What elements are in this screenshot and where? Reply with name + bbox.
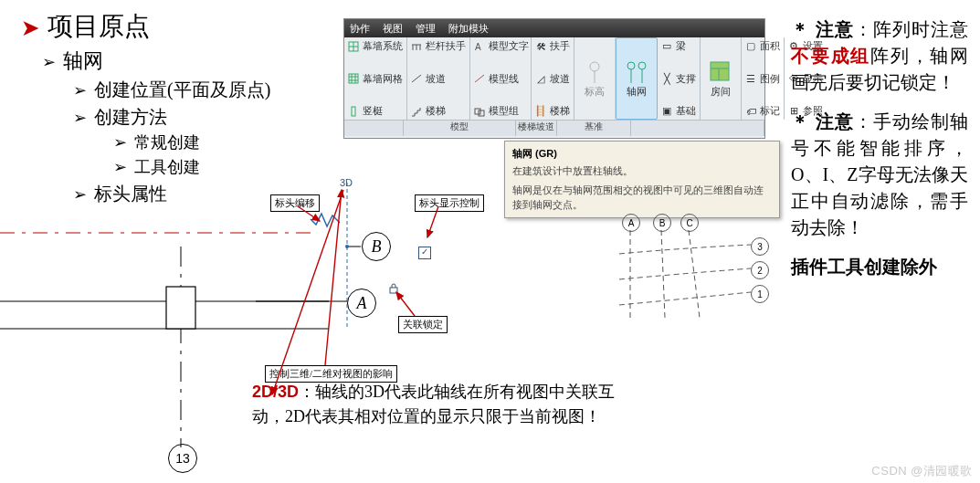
ribbon-panel: 协作 视图 管理 附加模块 幕墙系统 幕墙网格 竖梃 栏杆扶手 坡道 楼梯 A模… — [343, 18, 765, 139]
btn-tag[interactable]: 标记 — [760, 104, 780, 118]
note3: 插件工具创建除外 — [791, 254, 968, 280]
chevron-right-icon: ➢ — [73, 106, 87, 131]
btn-room[interactable]: 房间 — [711, 85, 731, 99]
label-3d: 3D — [340, 177, 353, 188]
sg-1: 1 — [751, 285, 769, 303]
sg-2: 2 — [751, 261, 769, 279]
tag-assoc-lock: 关联锁定 — [398, 316, 448, 333]
panel-label-stair: 楼梯坡道 — [516, 120, 557, 136]
checkbox-icon: ✓ — [418, 247, 431, 259]
tooltip-grid: 轴网 (GR) 在建筑设计中放置柱轴线。 轴网是仅在与轴网范围相交的视图中可见的… — [504, 141, 780, 218]
tooltip-title: 轴网 (GR) — [512, 147, 772, 161]
tab-manage[interactable]: 管理 — [416, 22, 436, 36]
room-icon — [708, 59, 733, 85]
btn-stair[interactable]: 楼梯 — [426, 104, 446, 118]
ribbon-tabs: 协作 视图 管理 附加模块 — [344, 19, 764, 37]
svg-rect-26 — [475, 109, 480, 114]
btn-brace[interactable]: 支撑 — [676, 72, 696, 86]
grid-bubble-13: 13 — [168, 444, 197, 473]
btn-curtain-grid[interactable]: 幕墙网格 — [363, 72, 403, 86]
svg-point-28 — [590, 62, 599, 71]
chevron-right-icon: ➢ — [113, 155, 127, 180]
note1-b: ：阵列时注意 — [854, 19, 968, 39]
tab-addins[interactable]: 附加模块 — [448, 22, 489, 36]
svg-line-39 — [689, 230, 700, 318]
grid-bubble-a: A — [347, 289, 376, 318]
chevron-right-icon: ➢ — [113, 131, 127, 155]
ramp-icon — [411, 73, 422, 84]
watermark: CSDN @清园暖歌 — [871, 463, 973, 479]
railing-icon — [411, 41, 422, 52]
btn-rail2[interactable]: 扶手 — [550, 39, 570, 53]
outline-item-head: 标头属性 — [94, 180, 167, 207]
note-2d3d-head: 2D/3D — [252, 383, 299, 401]
panel-label-model: 模型 — [404, 120, 516, 136]
sg-c: C — [680, 214, 699, 232]
panel-label — [344, 120, 404, 136]
grid-diagram-small: A B C 3 2 1 — [614, 217, 769, 327]
btn-mullion[interactable]: 竖梃 — [363, 104, 383, 118]
btn-model-text[interactable]: 模型文字 — [489, 39, 529, 53]
panel-label-datum: 基准 — [557, 120, 631, 136]
note-2d3d: 2D/3D：轴线的3D代表此轴线在所有视图中关联互动，2D代表其相对位置的显示只… — [252, 380, 627, 429]
railing-icon: 🛠 — [535, 41, 546, 52]
model-line-icon — [474, 73, 485, 84]
svg-point-31 — [638, 62, 646, 69]
sg-b: B — [653, 214, 671, 232]
outline-item-method: 创建方法 — [94, 103, 167, 131]
outline: ➤项目原点 ➢轴网 ➢创建位置(平面及原点) ➢创建方法 ➢常规创建 ➢工具创建… — [22, 7, 270, 207]
btn-curtain-system[interactable]: 幕墙系统 — [363, 39, 403, 53]
outline-title: 项目原点 — [47, 7, 150, 46]
svg-point-8 — [345, 245, 349, 248]
svg-line-38 — [661, 230, 665, 318]
btn-railing[interactable]: 栏杆扶手 — [426, 39, 466, 53]
beam-icon: ▭ — [661, 41, 672, 52]
btn-foundation[interactable]: 基础 — [676, 104, 696, 118]
btn-model-group[interactable]: 模型组 — [489, 104, 519, 118]
tab-collab[interactable]: 协作 — [350, 22, 370, 36]
btn-area[interactable]: 面积 — [760, 39, 780, 53]
model-text-icon: A — [474, 41, 485, 52]
btn-level[interactable]: 标高 — [585, 85, 605, 99]
btn-beam[interactable]: 梁 — [676, 39, 686, 53]
btn-stair2[interactable]: 楼梯 — [550, 104, 570, 118]
svg-rect-34 — [711, 62, 729, 80]
btn-grid[interactable]: 轴网 — [627, 85, 647, 99]
sg-a: A — [622, 214, 640, 232]
chevron-right-icon: ➢ — [73, 183, 87, 207]
outline-item-normal: 常规创建 — [134, 131, 200, 155]
panel-label — [631, 120, 764, 136]
svg-rect-18 — [349, 74, 358, 83]
btn-legend[interactable]: 图例 — [760, 72, 780, 86]
note1-red: 不要成组 — [791, 46, 870, 66]
btn-ramp2[interactable]: 坡道 — [550, 72, 570, 86]
svg-rect-27 — [479, 110, 484, 116]
svg-line-25 — [475, 75, 484, 82]
tag-head-ctrl: 标头显示控制 — [415, 194, 484, 212]
btn-ramp[interactable]: 坡道 — [426, 72, 446, 86]
tooltip-line2: 轴网是仅在与轴网范围相交的视图中可见的三维图自动连接到轴网交点。 — [512, 184, 772, 212]
grid-bubble-detail: A B 3D ✓ — [256, 183, 457, 383]
svg-text:A: A — [475, 42, 481, 52]
note-2d3d-body: ：轴线的3D代表此轴线在所有视图中关联互动，2D代表其相对位置的显示只限于当前视… — [252, 383, 615, 425]
grid-bubble-b: B — [362, 232, 391, 261]
tooltip-line1: 在建筑设计中放置柱轴线。 — [512, 164, 772, 178]
stair-icon — [411, 106, 422, 117]
tag-icon: 🏷 — [745, 106, 756, 117]
svg-rect-9 — [390, 288, 397, 293]
ramp-icon: ◿ — [535, 73, 546, 84]
chevron-right-icon: ➢ — [42, 50, 56, 75]
level-icon — [582, 59, 607, 85]
legend-icon: ☰ — [745, 73, 756, 84]
svg-point-30 — [627, 62, 635, 69]
tag-head-edit: 标头编移 — [270, 194, 320, 212]
btn-model-line[interactable]: 模型线 — [489, 72, 519, 86]
foundation-icon: ▣ — [661, 106, 672, 117]
curtain-system-icon — [348, 41, 359, 52]
brace-icon: ╳ — [661, 73, 672, 84]
grid-icon — [624, 59, 649, 85]
mullion-icon — [348, 106, 359, 117]
outline-item-tool: 工具创建 — [134, 155, 200, 180]
tab-view[interactable]: 视图 — [383, 22, 403, 36]
sg-3: 3 — [751, 237, 769, 256]
